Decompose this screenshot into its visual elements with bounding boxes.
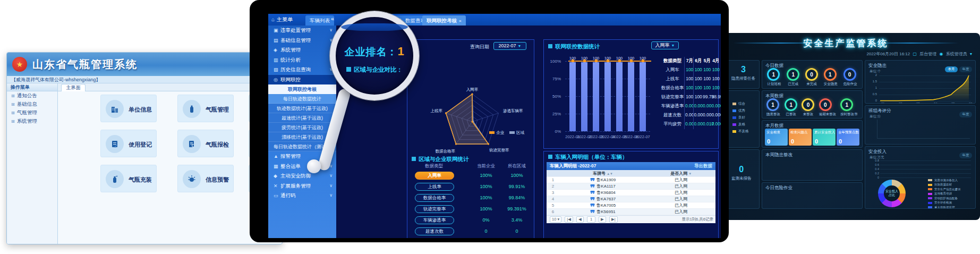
base-info-icon: ▤ [274,36,280,46]
stat-company-value: 100% [471,184,501,189]
last-page-button[interactable]: ▶| [609,216,618,223]
submenu-item[interactable]: 联网联控考核 [268,84,336,94]
prev-page-button[interactable]: ◀ [576,216,584,223]
user-menu[interactable]: 系统管理员 [946,52,967,56]
metric-card[interactable]: 全年预警点数0 [837,129,859,146]
metric-card[interactable]: 累计安全投入0 [813,129,836,146]
tile-1[interactable]: 气瓶管理 [177,95,234,122]
table-row[interactable]: 3 鲁K96804 已入网 [547,190,715,196]
cell-value: 99.73 [703,94,712,99]
export-button[interactable]: 导出数据 [694,162,712,170]
sidebar-item-2[interactable]: ⊞气瓶管理 [7,108,57,117]
tab-3[interactable]: 联网联控考核× [422,15,466,26]
status-cell: 已入网 [646,196,715,202]
menu-item[interactable]: ▥统计分析∨ [268,55,336,65]
stat-badge-0[interactable]: 入网率 [415,172,454,180]
caret-down-icon: ▼ [518,44,522,48]
cell-value: 100 [694,85,703,90]
page-input[interactable]: 1 [587,216,595,223]
metric-card[interactable]: 安全检查0 [765,129,788,146]
tab-main[interactable]: 主界面 [61,84,86,91]
next-page-button[interactable]: ▶ [599,216,606,223]
today-work-panel: 今日危险作业 [762,182,863,209]
tab-0[interactable]: 车辆列表 [305,15,334,26]
sidebar-item-1[interactable]: ⊞基础信息 [7,100,57,108]
svg-text:入网率: 入网率 [466,87,479,92]
table-row[interactable]: 6 鲁K56951 已入网 [547,209,715,215]
monitor-stat: 0监测未报告 [731,165,752,181]
col-type: 数据类型 [418,163,450,170]
table-row[interactable]: 2 鲁KA1117 已入网 [547,183,715,190]
menu-item[interactable]: ◆主动安全防御∨ [268,171,336,181]
sidebar-item-0[interactable]: ⊞通知公告 [7,91,57,100]
status-cell: 已入网 [646,183,715,189]
col-status[interactable]: 是否入网 ▼ [646,171,715,176]
legend-label: 应急救援器材 [934,183,952,187]
table-row[interactable]: 5 鲁KA7005 已入网 [547,202,715,209]
legend-swatch-icon [928,206,932,208]
ring-row: 1 隐患整改 1 已整改 0 未整改 0 逾期未整改 1 按时整改率 [764,98,860,117]
menu-item[interactable]: ▧历史信息查询∨ [268,65,336,75]
caret-down-icon[interactable]: ▾ [970,52,972,56]
stat-badge-4[interactable]: 车辆渗透率 [415,216,454,224]
cell-value: 100 [694,94,703,99]
inspect-icon [183,135,201,153]
metric-select[interactable]: 入网率▼ [651,41,679,49]
sidebar-list: ▣违章处置管理∨▤基础信息管理∨◈系统管理▥统计分析∨▧历史信息查询∨◎联网联控… [268,26,336,201]
sidebar-item-3[interactable]: ⊞系统管理 [7,117,57,125]
title-square-icon [548,155,552,159]
menu-item[interactable]: ◈系统管理 [268,45,336,55]
monitor-icon: ▢ [913,52,917,56]
ring-gauge: 0 [802,98,814,111]
gridline [565,131,650,132]
menu-item[interactable]: ▤基础信息管理∨ [268,36,336,46]
tile-3[interactable]: 气瓶报检 [177,130,234,157]
pill-year[interactable]: 年度 [959,153,972,158]
tile-0[interactable]: 单位信息 [100,95,157,122]
today-data-panel: 今日数据 1 计划巡检 1 已完成 0 未完成 1 安全隐患 0 危险作业 [762,60,863,89]
submenu-item[interactable]: 疲劳统计(基于运政) [268,123,336,132]
stat-region-value: 99.391% [502,206,532,211]
hazard-line-chart [865,61,976,104]
tile-2[interactable]: 使用登记 [100,130,157,157]
collapse-icon[interactable]: « [331,15,334,22]
stat-badge-5[interactable]: 超速次数 [415,227,454,235]
cell-value: 100 [720,85,721,90]
menu-item[interactable]: ▭通行码∨ [268,191,336,201]
cell-value: 98.95 [712,94,721,99]
col-plate[interactable]: 车牌号 ▲▼ [559,171,646,176]
plate-cell: 鲁KA1909 [559,177,646,183]
query-date-select[interactable]: 2022-07▼ [493,42,526,50]
page-size-select[interactable]: 10 ▾ [550,216,561,223]
expand-plus-icon[interactable]: ⊞ [11,102,15,107]
tile-4[interactable]: 气瓶充装 [100,165,157,192]
metric-card[interactable]: 检查问题点0 [789,129,812,146]
table-row[interactable]: 4 鲁KA7637 已入网 [547,196,715,202]
submenu-item[interactable]: 超速统计(基于运政) [268,113,336,123]
main-menu-home[interactable]: ⌂主菜单 [271,14,293,26]
stat-badge-1[interactable]: 上线率 [415,183,454,191]
submenu-item[interactable]: 轨迹数据统计(基于运政) [268,104,336,113]
expand-plus-icon[interactable]: ⊞ [11,111,15,115]
stat-badge-2[interactable]: 数据合格率 [415,194,454,202]
first-page-button[interactable]: |◀ [565,216,573,223]
tab-bar: 主界面 [58,83,282,91]
menu-item[interactable]: ◎联网联控 [268,75,336,85]
expand-plus-icon[interactable]: ⊞ [11,119,15,124]
ring-label: 已完成 [787,82,799,87]
pill-year[interactable]: 年度 [959,112,972,117]
ring-label: 安全隐患 [824,82,838,87]
menu-item[interactable]: ▣违章处置管理∨ [268,26,336,36]
table-row[interactable]: 1 鲁KA1909 已入网 [547,177,715,183]
submenu-item[interactable]: 每日轨迹数据统计 [268,94,336,104]
bar-2022-07 [640,62,646,131]
tile-5[interactable]: 信息预警 [177,165,234,192]
cell-value: 0.00 [703,112,712,117]
magnifier-lens: 企业排名：1 区域与企业对比： [330,11,419,100]
menu-item[interactable]: ✕扩展服务管理∨ [268,181,336,191]
admin-link[interactable]: 后台管理 [919,52,936,56]
close-icon[interactable]: × [459,19,462,23]
invest-chart-panel: 安全投入单位:万元 年度 0.8 0.6 0.4 0.2 0 安全投入占比 完善… [865,146,976,209]
stat-badge-3[interactable]: 轨迹完整率 [415,205,454,213]
expand-plus-icon[interactable]: ⊞ [11,94,15,98]
